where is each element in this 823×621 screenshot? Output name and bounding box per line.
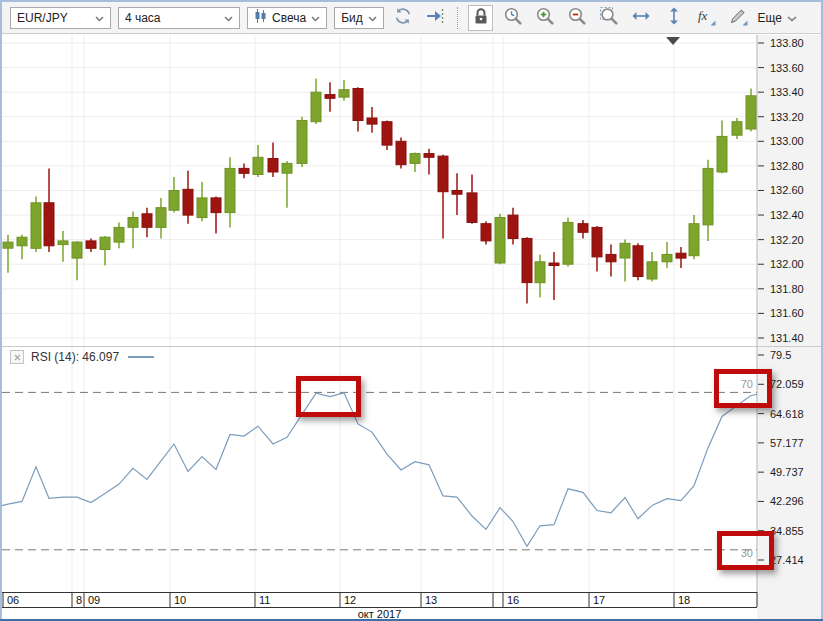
chart-canvas[interactable]: 7030133.80133.60133.40133.20133.00132.80… [0,0,823,621]
svg-text:27.414: 27.414 [770,554,804,566]
candle-body [311,92,321,122]
zoom-range-button[interactable] [500,5,525,31]
svg-text:fx: fx [698,8,708,23]
svg-text:133.80: 133.80 [770,37,804,49]
candle-body [72,242,82,258]
refresh-button[interactable] [391,5,416,31]
candle-body [183,189,193,215]
svg-text:06: 06 [7,594,19,606]
candle-body [382,122,392,145]
chevron-down-icon [787,11,797,25]
rsi-70-touch-box [296,376,361,417]
lock-button[interactable] [468,5,493,31]
fx-icon: fx [696,6,716,29]
candle-body [86,241,96,248]
candle-body [717,136,727,172]
svg-text:72.059: 72.059 [770,378,804,390]
chevron-down-icon [311,11,320,25]
chevron-down-icon [368,11,377,25]
v-scale-icon [667,6,681,29]
svg-text:132.20: 132.20 [770,234,804,246]
svg-text:09: 09 [88,594,100,606]
zoom-in-button[interactable] [532,5,557,31]
svg-text:18: 18 [678,594,690,606]
svg-text:132.40: 132.40 [770,209,804,221]
svg-text:16: 16 [507,594,519,606]
svg-text:13: 13 [425,594,437,606]
candle-body [44,203,54,246]
candle-body [578,224,588,233]
zoom-out-button[interactable] [565,5,590,31]
candle-body [606,254,616,261]
fx-indicators-button[interactable]: fx [693,5,718,31]
v-scale-button[interactable] [661,5,686,31]
candle-body [353,89,363,121]
svg-text:8: 8 [76,594,82,606]
svg-text:11: 11 [259,594,270,606]
candle-body [31,203,41,249]
candlestick-icon [254,8,267,27]
svg-text:133.60: 133.60 [770,62,804,74]
rsi-legend-label: RSI (14): 46.097 [31,350,119,364]
more-button[interactable]: Еще [758,11,797,25]
close-indicator-icon[interactable] [10,350,24,364]
symbol-value: EUR/JPY [17,11,68,25]
svg-text:133.20: 133.20 [770,111,804,123]
candle-body [297,120,307,163]
candle-body [142,214,152,228]
refresh-icon [393,6,413,29]
svg-text:12: 12 [344,594,356,606]
candle-body [467,193,477,223]
h-scale-icon [631,9,651,26]
candle-body [325,95,335,99]
svg-text:10: 10 [174,594,186,606]
svg-text:49.737: 49.737 [770,466,804,478]
candle-body [703,168,713,225]
chart-type-value: Свеча [272,11,306,25]
candle-body [17,237,27,246]
candle-body [732,122,742,136]
draw-button[interactable] [725,5,750,31]
svg-text:133.40: 133.40 [770,86,804,98]
timeframe-select[interactable]: 4 часа [118,7,240,29]
zoom-range-icon [503,6,523,29]
toolbar-separator [457,7,459,29]
candle-body [495,218,505,264]
chart-type-select[interactable]: Свеча [247,7,327,29]
candle-body [58,241,68,245]
level-70-label-box [714,369,772,408]
candle-body [225,168,235,212]
lock-icon [473,7,489,28]
gridlines [2,35,757,592]
price-side-select[interactable]: Бид [334,7,384,29]
level-30-label-box [717,531,774,570]
svg-text:34.855: 34.855 [770,525,804,537]
zoom-box-button[interactable] [597,5,622,31]
candle-body [410,154,420,164]
candle-body [211,198,221,213]
more-label: Еще [758,11,782,25]
candle-body [620,243,630,258]
month-label: окт 2017 [358,608,402,620]
svg-text:131.80: 131.80 [770,283,804,295]
goto-latest-icon [425,6,445,29]
candle-body [339,90,349,97]
timeframe-value: 4 часа [125,11,161,25]
svg-text:132.00: 132.00 [770,258,804,270]
symbol-select[interactable]: EUR/JPY [10,7,111,29]
candle-body [438,156,448,192]
candle-body [647,262,657,279]
chevron-down-icon [95,11,104,25]
goto-latest-button[interactable] [423,5,448,31]
candle-body [508,215,518,238]
candle-body [633,246,643,277]
top-marker-icon [666,37,680,45]
svg-text:133.00: 133.00 [770,135,804,147]
h-scale-button[interactable] [629,5,654,31]
candle-body [452,191,462,195]
candle-body [662,254,672,261]
candle-body [169,191,179,211]
chart-window: 7030133.80133.60133.40133.20133.00132.80… [0,0,823,621]
draw-icon [728,6,748,29]
svg-text:17: 17 [593,594,605,606]
